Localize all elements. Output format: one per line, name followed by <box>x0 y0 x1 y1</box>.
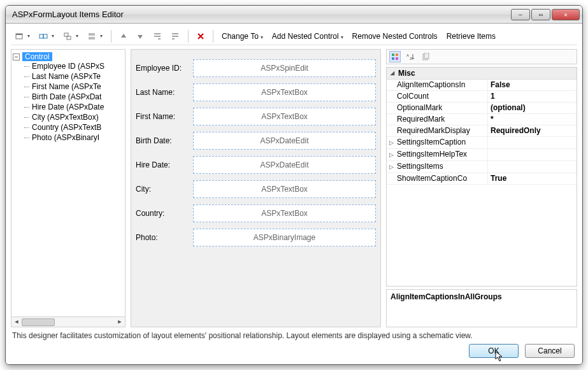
tree-item[interactable]: Country (ASPxTextB <box>24 122 124 132</box>
main-area: – Control Employee ID (ASPxSLast Name (A… <box>11 45 577 327</box>
property-value[interactable]: True <box>488 173 577 184</box>
form-item-row[interactable]: Photo:ASPxBinaryImage <box>135 228 376 247</box>
form-preview-panel[interactable]: Employee ID:ASPxSpinEditLast Name:ASPxTe… <box>131 49 381 327</box>
property-row[interactable]: ▷SettingsItemCaption <box>387 137 577 149</box>
property-name: RequiredMarkDisplay <box>396 125 488 136</box>
indent-button[interactable] <box>149 31 166 41</box>
property-value[interactable]: RequiredOnly <box>488 125 577 136</box>
form-item-row[interactable]: Employee ID:ASPxSpinEdit <box>135 59 376 78</box>
cancel-button[interactable]: Cancel <box>525 344 575 358</box>
add-nested-menu[interactable]: Add Nested Control <box>268 31 347 42</box>
property-value[interactable]: * <box>488 114 577 125</box>
property-value[interactable]: False <box>488 80 577 90</box>
tree-root-label[interactable]: Control <box>22 52 52 61</box>
form-item-control[interactable]: ASPxTextBox <box>193 108 376 125</box>
form-item-label: Hire Date: <box>135 155 192 174</box>
form-item-row[interactable]: City:ASPxTextBox <box>135 180 376 199</box>
change-to-menu[interactable]: Change To <box>218 31 267 42</box>
property-row[interactable]: ColCount1 <box>387 91 577 103</box>
property-expander-icon[interactable]: ▷ <box>387 137 396 148</box>
close-button[interactable]: ✕ <box>552 9 580 20</box>
move-up-button[interactable] <box>116 31 131 41</box>
tree-item[interactable]: City (ASPxTextBox) <box>24 112 124 122</box>
cancel-button-label: Cancel <box>538 346 561 355</box>
scroll-right-icon[interactable]: ► <box>115 317 125 327</box>
categorized-view-icon[interactable] <box>389 51 401 62</box>
form-item-control[interactable]: ASPxDateEdit <box>193 132 376 150</box>
alphabetical-view-icon[interactable]: AZ <box>405 51 416 62</box>
property-value[interactable] <box>488 137 577 148</box>
scroll-thumb[interactable] <box>22 318 55 326</box>
property-expander-icon[interactable]: ▷ <box>387 149 396 160</box>
form-item-row[interactable]: Hire Date:ASPxDateEdit <box>135 155 376 174</box>
property-value[interactable] <box>488 149 577 160</box>
property-expander-icon <box>387 125 396 136</box>
retrieve-items-button[interactable]: Retrieve Items <box>443 31 499 42</box>
tree-item[interactable]: First Name (ASPxTe <box>24 82 124 92</box>
svg-rect-3 <box>43 34 47 38</box>
property-value[interactable]: (optional) <box>488 103 577 113</box>
form-item-control[interactable]: ASPxTextBox <box>193 204 376 222</box>
titlebar[interactable]: ASPxFormLayout Items Editor — ▭ ✕ <box>6 6 582 24</box>
delete-button[interactable] <box>193 31 208 41</box>
propgrid-pages-icon[interactable] <box>420 51 431 62</box>
svg-rect-9 <box>396 53 398 56</box>
toolbar: Change To Add Nested Control Remove Nest… <box>11 27 577 45</box>
form-item-row[interactable]: Birth Date:ASPxDateEdit <box>135 131 376 150</box>
tree-item[interactable]: Last Name (ASPxTe <box>24 71 124 82</box>
tree-item[interactable]: Hire Date (ASPxDate <box>24 102 124 112</box>
form-item-control[interactable]: ASPxBinaryImage <box>193 229 376 246</box>
tree-item[interactable]: Birth Date (ASPxDat <box>24 92 124 102</box>
form-item-label: Birth Date: <box>135 131 192 150</box>
property-row[interactable]: ▷SettingsItemHelpTex <box>387 149 577 161</box>
remove-nested-button[interactable]: Remove Nested Controls <box>348 31 441 42</box>
tree-horizontal-scrollbar[interactable]: ◄ ► <box>11 317 125 327</box>
form-item-row[interactable]: First Name:ASPxTextBox <box>135 107 376 126</box>
form-item-control[interactable]: ASPxTextBox <box>193 180 376 198</box>
propgrid-toolbar: AZ <box>386 49 577 64</box>
property-value[interactable]: 1 <box>488 91 577 102</box>
svg-rect-7 <box>89 37 95 39</box>
form-item-row[interactable]: Last Name:ASPxTextBox <box>135 83 376 102</box>
dialog-window: ASPxFormLayout Items Editor — ▭ ✕ Change… <box>5 5 583 365</box>
property-row[interactable]: ShowItemCaptionCoTrue <box>387 173 577 185</box>
property-row[interactable]: ▷SettingsItems <box>387 161 577 173</box>
property-row[interactable]: RequiredMark* <box>387 114 577 125</box>
property-grid[interactable]: Misc AlignItemCaptionsInFalseColCount1Op… <box>386 67 577 287</box>
property-value[interactable] <box>488 161 577 173</box>
tree-body[interactable]: – Control Employee ID (ASPxSLast Name (A… <box>11 50 125 317</box>
tree-item[interactable]: Photo (ASPxBinaryI <box>24 132 124 143</box>
tree-item[interactable]: Employee ID (ASPxS <box>24 61 124 71</box>
add-item-button[interactable] <box>11 31 34 42</box>
add-sibling-button[interactable] <box>35 31 58 42</box>
move-down-button[interactable] <box>133 31 148 41</box>
scroll-left-icon[interactable]: ◄ <box>11 317 22 327</box>
tree-expander-icon[interactable]: – <box>13 53 20 60</box>
form-item-control[interactable]: ASPxTextBox <box>193 83 376 101</box>
client-area: Change To Add Nested Control Remove Nest… <box>6 24 582 364</box>
minimize-button[interactable]: — <box>511 9 530 20</box>
add-child-button[interactable] <box>59 31 82 42</box>
form-item-row[interactable]: Country:ASPxTextBox <box>135 204 376 223</box>
property-name: SettingsItemHelpTex <box>396 149 488 160</box>
property-expander-icon[interactable]: ▷ <box>387 161 396 173</box>
form-table: Employee ID:ASPxSpinEditLast Name:ASPxTe… <box>135 53 376 252</box>
svg-rect-11 <box>396 57 398 60</box>
ok-button[interactable]: OK <box>469 344 519 358</box>
outdent-button[interactable] <box>167 31 183 41</box>
tree-root[interactable]: – Control <box>13 52 124 61</box>
form-item-control[interactable]: ASPxSpinEdit <box>193 59 376 77</box>
svg-rect-6 <box>89 33 95 36</box>
property-name: OptionalMark <box>396 103 488 113</box>
insert-button[interactable] <box>83 31 106 42</box>
form-item-label: Country: <box>135 204 192 223</box>
maximize-button[interactable]: ▭ <box>531 9 550 20</box>
propgrid-category[interactable]: Misc <box>387 68 577 80</box>
property-expander-icon <box>387 114 396 125</box>
property-panel: AZ Misc AlignItemCaptionsInFalseColCount… <box>386 49 577 327</box>
property-row[interactable]: OptionalMark(optional) <box>387 103 577 114</box>
property-row[interactable]: AlignItemCaptionsInFalse <box>387 80 577 91</box>
form-item-control[interactable]: ASPxDateEdit <box>193 156 376 174</box>
property-row[interactable]: RequiredMarkDisplayRequiredOnly <box>387 125 577 137</box>
toolbar-separator <box>213 30 213 43</box>
